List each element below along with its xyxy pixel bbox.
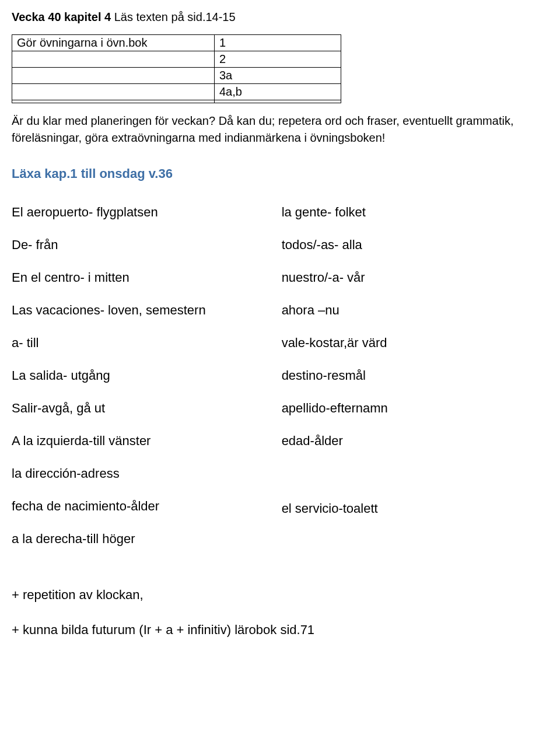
- exercise-value: 4a,b: [215, 84, 341, 100]
- table-row: 3a: [12, 68, 341, 84]
- vocab-item: De- från: [12, 237, 206, 253]
- vocab-item: Las vacaciones- loven, semestern: [12, 303, 206, 318]
- vocab-item: La salida- utgång: [12, 368, 206, 383]
- vocab-item: a la derecha-till höger: [12, 531, 206, 547]
- exercise-value: 2: [215, 51, 341, 68]
- exercise-table: Gör övningarna i övn.bok 1 2 3a 4a,b: [12, 34, 341, 103]
- vocab-item: la gente- folket: [282, 205, 388, 220]
- vocab-item: A la izquierda-till vänster: [12, 433, 206, 449]
- homework-subheading: Läxa kap.1 till onsdag v.36: [12, 166, 548, 181]
- exercise-label-empty: [12, 100, 215, 103]
- document-page: Vecka 40 kapitel 4 Läs texten på sid.14-…: [0, 0, 560, 681]
- footer-line-1: + repetition av klockan,: [12, 587, 548, 603]
- vocab-right-column: la gente- folket todos/-as- alla nuestro…: [282, 205, 388, 564]
- footer-line-2: + kunna bilda futurum (Ir + a + infiniti…: [12, 622, 548, 638]
- table-row: [12, 100, 341, 103]
- vocab-item: vale-kostar,är värd: [282, 335, 388, 351]
- table-row: 2: [12, 51, 341, 68]
- vocab-item: la dirección-adress: [12, 466, 206, 481]
- vocab-item: a- till: [12, 335, 206, 351]
- exercise-value: 3a: [215, 68, 341, 84]
- vocab-item: fecha de nacimiento-ålder: [12, 499, 206, 514]
- page-header: Vecka 40 kapitel 4 Läs texten på sid.14-…: [12, 10, 548, 24]
- vocab-item: En el centro- i mitten: [12, 270, 206, 285]
- vocab-item: El aeropuerto- flygplatsen: [12, 205, 206, 220]
- vocab-item: edad-ålder: [282, 433, 388, 449]
- vocab-columns: El aeropuerto- flygplatsen De- från En e…: [12, 205, 548, 564]
- table-row: 4a,b: [12, 84, 341, 100]
- exercise-value: [215, 100, 341, 103]
- header-bold: Vecka 40 kapitel 4: [12, 10, 111, 23]
- table-row: Gör övningarna i övn.bok 1: [12, 35, 341, 51]
- vocab-item-empty: [282, 466, 388, 484]
- exercise-label-empty: [12, 68, 215, 84]
- vocab-item: apellido-efternamn: [282, 401, 388, 416]
- vocab-item: Salir-avgå, gå ut: [12, 401, 206, 416]
- exercise-label-empty: [12, 84, 215, 100]
- header-rest: Läs texten på sid.14-15: [111, 10, 235, 23]
- vocab-left-column: El aeropuerto- flygplatsen De- från En e…: [12, 205, 206, 564]
- footer-notes: + repetition av klockan, + kunna bilda f…: [12, 587, 548, 638]
- exercise-label: Gör övningarna i övn.bok: [12, 35, 215, 51]
- vocab-item: destino-resmål: [282, 368, 388, 383]
- exercise-label-empty: [12, 51, 215, 68]
- intro-paragraph: Är du klar med planeringen för veckan? D…: [12, 113, 548, 146]
- vocab-item: nuestro/-a- vår: [282, 270, 388, 285]
- vocab-item: todos/-as- alla: [282, 237, 388, 253]
- vocab-item: el servicio-toalett: [282, 501, 388, 516]
- vocab-item: ahora –nu: [282, 303, 388, 318]
- exercise-value: 1: [215, 35, 341, 51]
